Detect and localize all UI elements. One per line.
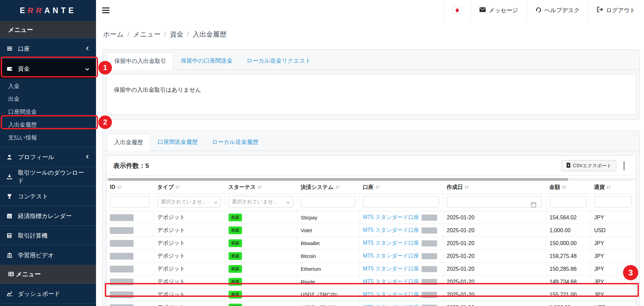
filter-currency-input[interactable] [594, 196, 632, 207]
table-row: デポジット 承認 Bitwallet MT5 スタンダード口座 2025-01-… [106, 237, 636, 250]
hamburger-icon[interactable] [102, 7, 110, 13]
column-header-payment-system[interactable]: 決済システム [297, 181, 359, 194]
table-row: デポジット 承認 Sticpay MT5 スタンダード口座 2025-01-20… [106, 211, 636, 224]
sidebar-subitem-withdrawal[interactable]: 出金 [0, 93, 96, 106]
errante-logo[interactable]: ERRANTE [0, 0, 96, 21]
sort-icon [117, 184, 121, 190]
filter-amount-input[interactable] [550, 196, 587, 207]
sidebar-item-education-videos[interactable]: 学習用ビデオ [0, 245, 96, 265]
sidebar-subitem-payment-details[interactable]: 支払い情報 [0, 131, 96, 144]
sidebar-subitem-internal-transfer[interactable]: 口座間送金 [0, 106, 96, 118]
cell-created-date: 2025-01-20 [443, 276, 546, 288]
errante-client-portal: ERRANTE メニュー 口座 資金 入金 出金 口座間送金 入出金 [0, 0, 644, 306]
chevron-down-icon [85, 65, 89, 72]
redacted-account-number [422, 253, 437, 259]
vertical-divider [624, 161, 624, 170]
sidebar-item-label: コンテスト [18, 192, 48, 200]
horizontal-scrollbar-track [106, 178, 636, 181]
filter-type-select[interactable]: 選択されていませ... [158, 196, 221, 207]
status-badge: 承認 [229, 278, 242, 286]
column-header-created-date[interactable]: 作成日 [443, 181, 546, 194]
column-header-id[interactable]: ID [106, 181, 154, 194]
account-link[interactable]: MT5 スタンダード口座 [363, 214, 419, 220]
tab-local-transfer-requests[interactable]: ローカル送金リクエスト [240, 52, 318, 69]
sort-icon [562, 184, 566, 190]
csv-export-button[interactable]: CSVエクスポート [562, 160, 616, 171]
redacted-account-number [422, 215, 437, 221]
cell-type: デポジット [154, 250, 225, 263]
column-header-currency[interactable]: 通貨 [591, 181, 636, 194]
helpdesk-button[interactable]: ヘルプデスク [527, 0, 588, 21]
sidebar: ERRANTE メニュー 口座 資金 入金 出金 口座間送金 入出金 [0, 0, 96, 306]
sidebar-item-trading-calculator[interactable]: 取引計算機 [0, 225, 96, 245]
redacted-account-number [422, 279, 437, 285]
status-badge: 承認 [229, 214, 242, 221]
account-link[interactable]: MT5 スタンダード口座 [363, 304, 419, 306]
helpdesk-label: ヘルプデスク [545, 6, 580, 14]
filter-status-placeholder: 選択されていませ... [232, 199, 286, 205]
history-card: 入出金履歴 口座間送金履歴 ローカル送金履歴 表示件数：5 CSVエクスポート [102, 131, 640, 306]
table-row-highlighted: デポジット 承認 USDT（ERC20） MT5 スタンダード口座 2025-0… [106, 301, 636, 306]
status-badge: 承認 [229, 265, 242, 273]
redacted-id [110, 279, 134, 285]
sidebar-menu-header: メニュー [0, 21, 96, 38]
logout-label: ログアウト [606, 6, 636, 14]
language-selector[interactable] [444, 0, 471, 21]
logo-rr: RR [27, 6, 45, 15]
filter-payment-system-input[interactable] [301, 196, 355, 207]
account-link[interactable]: MT5 スタンダード口座 [363, 291, 419, 297]
account-link[interactable]: MT5 スタンダード口座 [363, 240, 419, 246]
tab-pending-transactions[interactable]: 保留中の入出金取引 [107, 52, 173, 70]
tab-pending-internal-transfers[interactable]: 保留中の口座間送金 [173, 52, 239, 69]
cell-payment-system: Bitcoin [297, 250, 359, 263]
filter-created-date-input[interactable] [447, 196, 542, 207]
logout-button[interactable]: ログアウト [588, 0, 644, 21]
redacted-account-number [422, 227, 437, 234]
tab-internal-transfer-history[interactable]: 口座間送金履歴 [150, 134, 205, 151]
column-header-status[interactable]: スターテス [225, 181, 297, 194]
sidebar-item-funds[interactable]: 資金 [0, 59, 96, 79]
sidebar-item-label: 取引計算機 [18, 232, 48, 240]
sidebar-subitem-deposit[interactable]: 入金 [0, 80, 96, 93]
sidebar-item-performance[interactable]: パフォーマンス [0, 303, 96, 306]
redacted-id [110, 291, 134, 298]
filter-account-input[interactable] [363, 196, 439, 207]
breadcrumb-current-page: 入出金履歴 [193, 30, 226, 38]
breadcrumb-funds[interactable]: 資金 [170, 30, 183, 38]
breadcrumb-home[interactable]: ホーム [103, 30, 124, 38]
pending-empty-message: 保留中の入出金取引はありません [106, 74, 636, 114]
cell-type: デポジット [154, 276, 225, 288]
history-table-panel: 表示件数：5 CSVエクスポート [106, 155, 636, 306]
redacted-id [110, 227, 134, 234]
sidebar-item-economic-calendar[interactable]: 経済指標カレンダー [0, 206, 96, 225]
breadcrumb-menu[interactable]: メニュー [133, 30, 161, 38]
column-header-amount[interactable]: 金額 [546, 181, 591, 194]
filter-type-placeholder: 選択されていませ... [161, 199, 214, 205]
messages-button[interactable]: メッセージ [471, 0, 527, 21]
filter-id-input[interactable] [110, 196, 150, 207]
sidebar-subitem-transaction-history[interactable]: 入出金履歴 [0, 118, 96, 131]
cell-currency: JPY [591, 263, 636, 276]
sidebar-item-label: 経済指標カレンダー [18, 212, 72, 220]
redacted-account-number [422, 305, 437, 306]
redacted-id [110, 266, 134, 272]
sidebar-item-profile[interactable]: プロフィール [0, 147, 96, 167]
cell-currency: USD [591, 301, 636, 306]
tab-transaction-history[interactable]: 入出金履歴 [107, 134, 150, 151]
cell-currency: JPY [591, 211, 636, 224]
account-link[interactable]: MT5 スタンダード口座 [363, 266, 419, 271]
filter-status-select[interactable]: 選択されていませ... [229, 196, 293, 207]
account-link[interactable]: MT5 スタンダード口座 [363, 227, 419, 233]
sidebar-item-download-tools[interactable]: 取引ツールのダウンロード [0, 167, 96, 186]
horizontal-scrollbar-thumb[interactable] [108, 178, 568, 181]
tab-local-transfer-history[interactable]: ローカル送金履歴 [205, 134, 265, 151]
column-header-type[interactable]: タイプ [154, 181, 225, 194]
sidebar-item-dashboard[interactable]: ダッシュボード [0, 284, 96, 303]
calendar-icon [7, 213, 13, 219]
column-header-account[interactable]: 口座 [359, 181, 443, 194]
account-link[interactable]: MT5 スタンダード口座 [363, 253, 419, 259]
cell-type: デポジット [154, 211, 225, 224]
sidebar-item-accounts[interactable]: 口座 [0, 38, 96, 59]
account-link[interactable]: MT5 スタンダード口座 [363, 279, 419, 284]
sidebar-item-contests[interactable]: コンテスト [0, 186, 96, 206]
